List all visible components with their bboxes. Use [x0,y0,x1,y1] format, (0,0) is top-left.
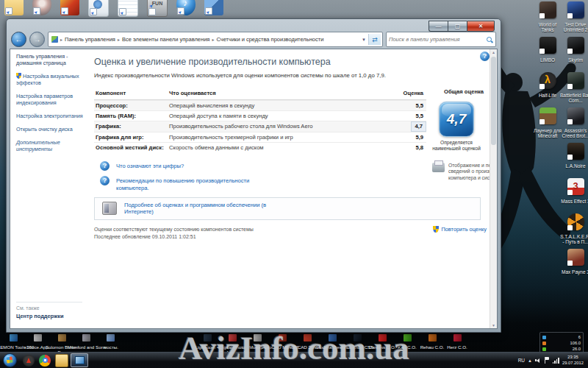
breadcrumb: ▸ Панель управления ▸ Все элементы панел… [48,32,383,47]
link-what-do-numbers-mean[interactable]: ? Что означают эти цифры? [94,161,426,171]
taskbar: RU ▲ 23:35 29.07.2012 [0,352,588,368]
table-row: Основной жесткий диск: Скорость обмена д… [94,142,426,152]
help-icon[interactable]: ? [480,52,490,61]
network-computers-icon[interactable] [204,0,223,15]
desktop-icon-limbo[interactable]: LIMBO [532,37,563,72]
performance-monitor-icon [75,356,85,364]
skyrim-icon [567,37,584,54]
intro-text: Индекс производительности Windows исполь… [94,72,388,79]
tray-date: 29.07.2012 [562,361,584,365]
main-content: ? Оценка и увеличение производительности… [87,49,497,328]
minecraft-block-icon [539,107,556,124]
table-row: Память (RAM): Операций доступа к памяти … [94,110,426,121]
gamepad-app-icon[interactable] [60,0,79,15]
software-box-icon [102,202,117,215]
desktop-icon-herz[interactable]: Herz C.O. [445,331,470,350]
sidebar-item-power[interactable]: Настройка электропитания [16,113,84,119]
language-indicator[interactable]: RU [518,358,525,363]
tray-time: 23:35 [567,355,578,359]
la-noire-icon [567,143,584,160]
sidebar-item-action-center[interactable]: Центр поддержки [16,313,82,319]
disc-icon[interactable] [32,0,51,15]
test-drive-icon [567,1,584,18]
breadcrumb-performance[interactable]: Счетчики и средства производительности [215,36,325,43]
breadcrumb-control-panel[interactable]: Панель управления [63,36,117,43]
help-links: ? Что означают эти цифры? ? Рекомендации… [94,161,488,220]
more-info-link: Подробнее об оценках и программном обесп… [124,202,279,216]
volume-icon[interactable] [535,358,541,364]
table-row: Процессор: Операций вычисления в секунду… [94,100,426,110]
clock[interactable]: 23:35 29.07.2012 [562,355,585,365]
forward-button[interactable]: → [29,32,45,47]
close-button[interactable]: ✕ [467,21,495,32]
address-row: ← → ▸ Панель управления ▸ Все элементы п… [11,32,496,47]
refresh-icon[interactable]: ⇄ [368,34,381,45]
scroll-down-icon[interactable]: ▼ [490,323,497,328]
taskbar-chrome-icon[interactable] [39,355,51,367]
taskbar-active-window-button[interactable] [71,353,88,367]
network-icon[interactable] [553,358,559,364]
folder-icon[interactable] [4,0,24,15]
desktop-icon-mass-effect[interactable]: Mass Effect 3 [560,178,588,213]
scroll-up-icon[interactable]: ▲ [490,50,497,54]
desktop-icons-column-2: Test Drive Unlimited 2 Skyrim Battlefiel… [560,1,588,284]
taskbar-explorer-icon[interactable] [55,354,68,367]
window-content: Панель управления - домашняя страница На… [10,49,498,329]
battlefield-icon [567,72,584,89]
sidebar-item-visual-effects[interactable]: Настройка визуальных эффектов [16,73,84,86]
uac-shield-icon [433,226,439,233]
rerun-assessment-link[interactable]: Повторить оценку [433,226,487,233]
question-icon: ? [100,161,110,171]
search-input[interactable] [387,36,485,43]
overall-score-header: Общая оценка [444,88,484,95]
desktop-icon-world-of-tanks[interactable]: World of Tanks [532,1,563,37]
breadcrumb-all-items[interactable]: Все элементы панели управления [121,36,211,43]
base-score-badge: 4,7 [439,102,474,137]
limbo-icon [539,37,556,54]
table-row: Графика: Производительность рабочего сто… [94,121,426,131]
see-also-heading: См. также [16,305,82,311]
world-of-tanks-icon [539,1,556,18]
desktop-icon-battlefield[interactable]: Battlefield Bad Com... [560,72,588,107]
desktop-icon-minecraft-launcher[interactable]: Лаунчер для Minecraft [532,107,563,143]
desktop-icon-test-drive[interactable]: Test Drive Unlimited 2 [560,1,588,37]
monitor-gadget[interactable]: 6 106.0 26.0 [539,332,584,354]
search-icon[interactable] [485,35,494,44]
printer-icon [432,163,445,172]
desktop-icon-half-life[interactable]: Half-Life [532,72,563,107]
print-details-command[interactable]: Отображение и печать подробных сведений … [432,163,497,181]
more-info-box[interactable]: Подробнее об оценках и программном обесп… [94,197,481,221]
web-document-icon[interactable] [88,0,109,17]
desktop-icons-column-1: World of Tanks LIMBO Half-Life Лаунчер д… [532,1,563,143]
desktop-icon-assassins-creed[interactable]: Assassin's Creed Brot... [560,107,588,143]
text-document-icon[interactable] [118,0,138,17]
start-button[interactable] [3,353,17,367]
sidebar-item-home[interactable]: Панель управления - домашняя страница [16,53,84,66]
gadget-row: 6 [542,334,581,340]
back-button[interactable]: ← [11,32,26,47]
hidden-icons-chevron[interactable]: ▲ [528,358,532,363]
score-table: Общая оценка Компонент Что оценивается О… [94,87,488,152]
sidebar-item-indexing[interactable]: Настройка параметров индексирования [16,93,84,106]
desktop-icon-stalker[interactable]: S.T.A.L.K.E.R. - Путь в П... [560,213,588,249]
address-dropdown-icon[interactable]: ▼ [359,38,368,42]
minimize-button[interactable]: — [429,21,448,32]
desktop-icon-skyrim[interactable]: Skyrim [560,37,588,72]
action-center-flag-icon[interactable] [544,357,550,364]
vertical-scrollbar[interactable]: ▲ ▼ [490,49,497,328]
stalker-radiation-icon [567,213,584,230]
performance-window: — ▢ ✕ ← → ▸ Панель управления ▸ Все элем… [6,18,501,333]
desktop-icon-la-noire[interactable]: L.A.Noire [560,143,588,178]
desktop-icon-mosty[interactable]: мосты. [98,331,123,350]
link-improve-performance[interactable]: ? Рекомендации по повышению производител… [94,176,426,192]
desktop-icon-max-payne[interactable]: Max Payne 3 [560,249,588,284]
scrollbar-thumb[interactable] [491,57,496,145]
sidebar-item-disk-cleanup[interactable]: Открыть очистку диска [16,126,84,132]
fun-box-icon[interactable]: FUN [147,0,168,17]
taskbar-daemon-tools-icon[interactable] [23,355,35,367]
maximize-button[interactable]: ▢ [448,21,467,32]
gadget-row: 26.0 [542,346,581,352]
itunes-icon[interactable] [176,0,196,15]
control-panel-icon [51,36,58,43]
sidebar-item-advanced-tools[interactable]: Дополнительные инструменты [16,139,84,152]
